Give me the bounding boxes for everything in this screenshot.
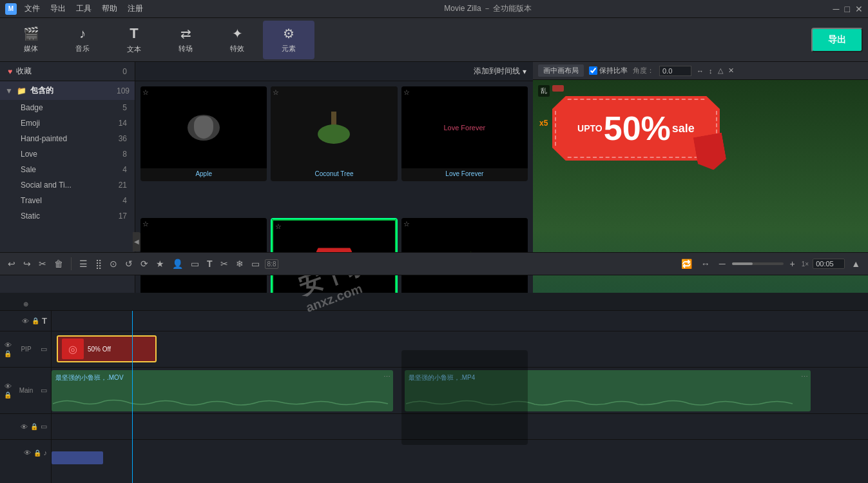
star-icon: ☆	[142, 220, 149, 228]
loop-button[interactable]: ↺	[122, 257, 135, 270]
pip-clip[interactable]: ◎ 50% Off	[57, 335, 157, 362]
menu-export[interactable]: 导出	[50, 3, 66, 14]
waveform-1	[52, 397, 393, 410]
sidebar-item-sale[interactable]: Sale 4	[0, 162, 135, 177]
media-item-apple[interactable]: ☆ Apple	[140, 86, 267, 181]
keep-ratio-input[interactable]	[589, 66, 597, 75]
time-input[interactable]	[813, 259, 845, 269]
ratio-badge: 8:8	[265, 259, 279, 269]
toolbar-media[interactable]: 🎬 媒体	[5, 21, 57, 59]
sidebar-item-social[interactable]: Social and Ti... 21	[0, 177, 135, 193]
add-timeline-chevron-icon: ▾	[523, 67, 526, 76]
star-button[interactable]: ★	[153, 257, 167, 270]
delete-button[interactable]: 🗑	[52, 257, 66, 270]
media-label: 媒体	[24, 44, 38, 54]
eye-icon-pip[interactable]: 👁	[5, 341, 12, 349]
zoom-bar[interactable]	[732, 262, 784, 265]
layout-button[interactable]: 画中画布局	[538, 64, 584, 77]
toolbar-music[interactable]: ♪ 音乐	[57, 21, 108, 59]
video2-icon: ▭	[41, 422, 47, 431]
grid-view-button[interactable]: ⣿	[93, 257, 104, 270]
crop-button[interactable]: ▭	[188, 257, 202, 270]
audio-icon: ♪	[44, 449, 48, 457]
menu-help[interactable]: 帮助	[102, 3, 117, 14]
category-header-included[interactable]: ▼ 📁 包含的 109	[0, 81, 135, 100]
person-button[interactable]: 👤	[169, 257, 186, 270]
audio-clip[interactable]	[52, 451, 103, 464]
eye-icon-main[interactable]: 👁	[5, 382, 12, 390]
eye-icon-text[interactable]: 👁	[22, 317, 29, 325]
menu-file[interactable]: 文件	[24, 3, 40, 14]
title-bar-menus: 文件 导出 工具 帮助 注册	[24, 3, 143, 14]
history-button[interactable]: ⟳	[138, 257, 151, 270]
export-button[interactable]: 导出	[811, 28, 863, 52]
lock-icon-pip[interactable]: 🔒	[4, 350, 12, 357]
eye-icon-video2[interactable]: 👁	[21, 423, 28, 431]
main-clip-1[interactable]: 最坚强的小鲁班，.MOV ⋯	[52, 370, 393, 411]
undo-button[interactable]: ↩	[5, 257, 18, 270]
rotate-icon[interactable]: △	[718, 66, 723, 75]
grid-watermark	[401, 350, 528, 445]
flip-h-icon[interactable]: ↔	[697, 67, 704, 75]
add-to-timeline-label: 添加到时间线	[474, 66, 520, 77]
freeze-button[interactable]: ❄	[233, 257, 246, 270]
add-to-timeline-button[interactable]: 添加到时间线 ▾	[474, 66, 526, 77]
cut2-button[interactable]: ✂	[218, 257, 231, 270]
menu-register[interactable]: 注册	[128, 3, 143, 14]
elements-icon: ⚙	[283, 26, 294, 41]
text-button[interactable]: T	[204, 257, 215, 270]
toolbar: 🎬 媒体 ♪ 音乐 T 文本 ⇄ 转场 ✦ 特效 ⚙ 元素 导出	[0, 18, 868, 62]
list-view-button[interactable]: ☰	[77, 257, 90, 270]
time-up-icon[interactable]: ▲	[849, 257, 863, 270]
lock-icon-audio[interactable]: 🔒	[34, 449, 41, 457]
lock-icon-video2[interactable]: 🔒	[30, 423, 38, 430]
lock-icon-main[interactable]: 🔒	[4, 391, 12, 399]
toolbar-transition[interactable]: ⇄ 转场	[160, 21, 211, 59]
media-item-coffee[interactable]: ☆ Coff... Coffee	[401, 350, 528, 445]
sidebar-item-handpainted[interactable]: Hand-painted 36	[0, 131, 135, 146]
sidebar-item-love[interactable]: Love 8	[0, 146, 135, 162]
favorites-count: 0	[122, 67, 127, 76]
track-label-video2: 👁 🔒 ▭	[0, 414, 51, 440]
zoom-fit-button[interactable]: ↔	[699, 257, 713, 270]
scissors-button[interactable]: ✂	[36, 257, 49, 270]
sale-count: 4	[122, 165, 127, 174]
maximize-button[interactable]: □	[845, 4, 850, 14]
eye-icon-audio[interactable]: 👁	[24, 449, 31, 457]
redo-button[interactable]: ↪	[21, 257, 34, 270]
media-item-love[interactable]: ☆ Love Forever Love Forever	[401, 86, 528, 181]
keep-ratio-checkbox[interactable]: 保持比率	[589, 66, 628, 75]
close-button[interactable]: ✕	[855, 4, 863, 14]
toolbar-effects[interactable]: ✦ 特效	[211, 21, 263, 59]
pip-icon: ▭	[41, 345, 47, 353]
star-icon: ☆	[275, 222, 282, 231]
panel-collapse-button[interactable]: ◀	[133, 232, 140, 251]
angle-input[interactable]	[659, 66, 691, 76]
mask-button[interactable]: ▭	[249, 257, 262, 270]
menu-tools[interactable]: 工具	[76, 3, 92, 14]
edit-toolbar-right: 🔁 ↔ ─ + 1× ▲	[679, 257, 863, 270]
toolbar-text[interactable]: T 文本	[108, 21, 160, 59]
add-track-icon[interactable]: ⊕	[23, 301, 28, 308]
clip2-dots[interactable]: ⋯	[801, 373, 808, 381]
sale-badge-overlay: UPTO 50% sale	[552, 96, 720, 161]
sidebar-item-static[interactable]: Static 17	[0, 208, 135, 224]
main-icon: ▭	[41, 386, 47, 395]
sidebar-item-emoji[interactable]: Emoji 14	[0, 115, 135, 131]
emoji-count: 14	[119, 119, 127, 128]
flip-v-icon[interactable]: ↕	[709, 67, 713, 75]
toolbar-elements[interactable]: ⚙ 元素	[263, 21, 314, 59]
minimize-button[interactable]: ─	[833, 4, 840, 14]
lock-icon-text[interactable]: 🔒	[32, 317, 39, 324]
sidebar-item-travel[interactable]: Travel 4	[0, 193, 135, 208]
zoom-out-button[interactable]: 🔁	[679, 257, 695, 270]
category-included-count: 109	[117, 86, 130, 95]
travel-label: Travel	[21, 196, 122, 205]
media-item-coconut[interactable]: ☆ Coconut Tree	[271, 86, 397, 181]
badge-label: Badge	[21, 103, 122, 112]
sidebar-item-badge[interactable]: Badge 5	[0, 100, 135, 115]
favorites-row[interactable]: ♥ 收藏 0	[0, 62, 135, 81]
timeline-view-button[interactable]: ⊙	[107, 257, 120, 270]
delete-preview-icon[interactable]: ✕	[728, 66, 734, 75]
clip1-dots[interactable]: ⋯	[383, 373, 391, 381]
